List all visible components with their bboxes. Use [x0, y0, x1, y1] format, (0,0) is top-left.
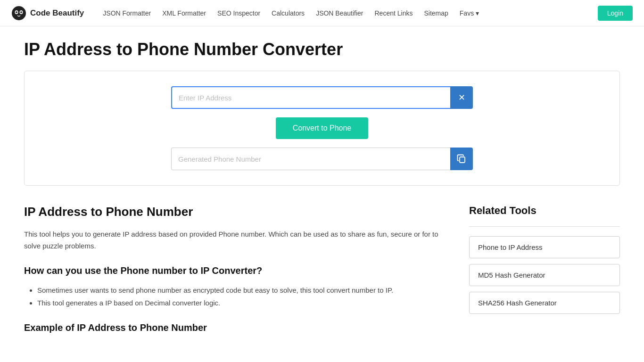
section-heading: IP Address to Phone Number — [24, 205, 441, 219]
bullet-item-1: Sometimes user wants to send phone numbe… — [37, 284, 441, 296]
phone-output-input[interactable] — [171, 148, 450, 170]
nav-sitemap[interactable]: Sitemap — [424, 9, 448, 17]
nav-calculators[interactable]: Calculators — [272, 9, 305, 17]
related-tools-divider — [469, 226, 620, 227]
bullet-item-2: This tool generates a IP based on Decima… — [37, 296, 441, 309]
copy-button[interactable] — [450, 148, 473, 170]
nav-links: JSON Formatter XML Formatter SEO Inspect… — [103, 9, 584, 17]
nav-seo-inspector[interactable]: SEO Inspector — [217, 9, 260, 17]
svg-point-3 — [16, 11, 17, 13]
ip-address-input[interactable] — [171, 86, 450, 109]
nav-json-beautifier[interactable]: JSON Beautifier — [316, 9, 363, 17]
close-icon: ✕ — [458, 92, 465, 103]
navbar: Code Beautify JSON Formatter XML Formatt… — [0, 0, 644, 26]
nav-recent-links[interactable]: Recent Links — [375, 9, 413, 17]
nav-xml-formatter[interactable]: XML Formatter — [162, 9, 206, 17]
svg-rect-5 — [460, 157, 465, 163]
chevron-down-icon: ▾ — [476, 9, 479, 17]
clear-button[interactable]: ✕ — [450, 86, 473, 109]
svg-point-4 — [20, 11, 22, 13]
page-title: IP Address to Phone Number Converter — [24, 40, 620, 59]
login-button[interactable]: Login — [598, 6, 633, 21]
nav-favs-label: Favs — [460, 9, 474, 17]
related-tools-heading: Related Tools — [469, 205, 620, 217]
tool-link-md5[interactable]: MD5 Hash Generator — [469, 264, 620, 286]
tool-link-sha256[interactable]: SHA256 Hash Generator — [469, 292, 620, 314]
section-description: This tool helps you to generate IP addre… — [24, 229, 441, 252]
brand-logo[interactable]: Code Beautify — [11, 6, 84, 21]
bullet-list: Sometimes user wants to send phone numbe… — [24, 284, 441, 309]
input-row: ✕ — [171, 86, 473, 109]
convert-button[interactable]: Convert to Phone — [276, 117, 369, 139]
content-grid: IP Address to Phone Number This tool hel… — [24, 205, 620, 333]
nav-json-formatter[interactable]: JSON Formatter — [103, 9, 151, 17]
example-heading: Example of IP Address to Phone Number — [24, 322, 441, 333]
converter-section: ✕ Convert to Phone — [24, 71, 620, 186]
how-to-heading: How can you use the Phone number to IP C… — [24, 265, 441, 276]
main-container: IP Address to Phone Number Converter ✕ C… — [11, 40, 633, 333]
tool-link-phone-to-ip[interactable]: Phone to IP Address — [469, 236, 620, 258]
brand-name: Code Beautify — [30, 8, 84, 18]
output-row — [171, 148, 473, 170]
brand-icon — [11, 6, 26, 21]
related-tools-panel: Related Tools Phone to IP Address MD5 Ha… — [469, 205, 620, 320]
nav-favs[interactable]: Favs ▾ — [460, 9, 479, 17]
content-left: IP Address to Phone Number This tool hel… — [24, 205, 441, 333]
svg-point-0 — [12, 6, 26, 20]
copy-icon — [457, 154, 466, 164]
